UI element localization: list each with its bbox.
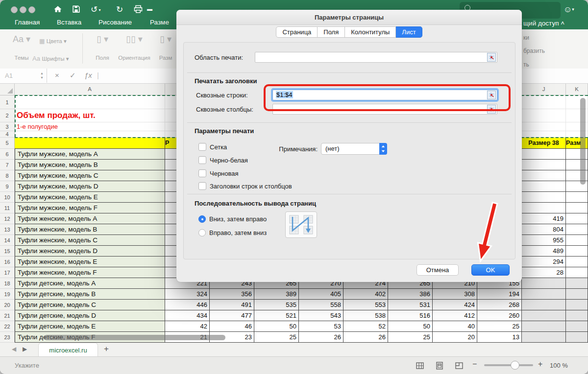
cell-H19[interactable]: 308	[433, 289, 477, 300]
cell-H23[interactable]: 20	[433, 332, 477, 343]
name-box-stepper[interactable]: ▲▼	[40, 71, 44, 80]
cell-K11[interactable]	[566, 203, 588, 213]
cell-J23[interactable]	[522, 332, 566, 343]
cell-J20[interactable]	[522, 300, 566, 310]
cell-G22[interactable]: 50	[388, 321, 433, 332]
sheet-tab[interactable]: microexcel.ru	[38, 343, 98, 357]
prev-sheet-icon[interactable]: ◀	[12, 346, 16, 352]
column-header-A[interactable]: A	[15, 83, 165, 95]
name-box[interactable]: A1 ▲▼	[0, 69, 47, 83]
cell-A21[interactable]: Туфли детские, модель D	[15, 310, 165, 321]
row-header-23[interactable]: 23	[0, 332, 15, 343]
zoom-slider-track[interactable]	[484, 364, 533, 366]
redo-icon[interactable]: ↻	[116, 4, 123, 15]
cell-D23[interactable]: 25	[254, 332, 299, 343]
cell-J15[interactable]: 489	[522, 246, 566, 257]
radio-row[interactable]: Вправо, затем вниз	[198, 229, 267, 236]
cell-J9[interactable]	[522, 181, 566, 192]
checkbox-row[interactable]: Заголовки строк и столбцов	[198, 182, 292, 190]
checkbox-row[interactable]: Сетка	[198, 143, 227, 151]
cell-K15[interactable]	[566, 246, 588, 257]
cell-I21[interactable]: 260	[477, 310, 522, 321]
row-header-8[interactable]: 8	[0, 170, 15, 181]
cell-E23[interactable]: 26	[299, 332, 343, 343]
add-sheet-button[interactable]: +	[104, 344, 109, 354]
cell-B20[interactable]: 446	[165, 300, 210, 310]
row-header-16[interactable]: 16	[0, 257, 15, 267]
cell-K23[interactable]	[566, 332, 588, 343]
cell-A1[interactable]	[15, 95, 165, 109]
cell-A14[interactable]: Туфли женские, модель C	[15, 235, 165, 246]
cell-A9[interactable]: Туфли мужские, модель D	[15, 181, 165, 192]
print-area-field[interactable]	[255, 52, 497, 63]
cell-D21[interactable]: 521	[254, 310, 299, 321]
cell-B22[interactable]: 42	[165, 321, 210, 332]
column-header-K[interactable]: K	[566, 83, 588, 95]
cell-K20[interactable]	[566, 300, 588, 310]
cell-K13[interactable]	[566, 224, 588, 235]
cell-F23[interactable]: 26	[343, 332, 388, 343]
cancel-entry-icon[interactable]: ×	[55, 71, 59, 79]
confirm-entry-icon[interactable]: ✓	[70, 71, 76, 80]
checkbox-icon[interactable]	[198, 169, 206, 177]
cell-A15[interactable]: Туфли женские, модель D	[15, 246, 165, 257]
cell-A11[interactable]: Туфли мужские, модель F	[15, 203, 165, 213]
cell-A20[interactable]: Туфли детские, модель C	[15, 300, 165, 310]
cell-A8[interactable]: Туфли мужские, модель C	[15, 170, 165, 181]
themes-button[interactable]: Aa ▾ Темы	[9, 34, 34, 61]
home-icon[interactable]	[53, 4, 63, 16]
cell-J19[interactable]	[522, 289, 566, 300]
column-header-J[interactable]: J	[522, 83, 566, 95]
cell-K19[interactable]	[566, 289, 588, 300]
minimize-window-button[interactable]	[20, 6, 26, 13]
cell-A22[interactable]: Туфли детские, модель E	[15, 321, 165, 332]
insert-function-icon[interactable]: ƒx	[84, 71, 92, 79]
row-header-5[interactable]: 5	[0, 138, 15, 149]
radio-icon[interactable]	[198, 229, 206, 236]
cell-B19[interactable]: 324	[165, 289, 210, 300]
cell-J12[interactable]: 419	[522, 213, 566, 224]
row-header-22[interactable]: 22	[0, 321, 15, 332]
cell-K12[interactable]	[566, 213, 588, 224]
dialog-title-bar[interactable]: Параметры страницы	[176, 10, 522, 25]
cell-A3-subtitle[interactable]: 1-е полугодие	[15, 122, 165, 131]
dialog-tab-2[interactable]: Поля	[318, 26, 345, 38]
cell-C19[interactable]: 356	[210, 289, 254, 300]
cell-C21[interactable]: 477	[210, 310, 254, 321]
size-button[interactable]: ▯ ▾ Разм	[155, 34, 176, 61]
cell-B21[interactable]: 434	[165, 310, 210, 321]
undo-icon[interactable]: ↺ ▾	[91, 4, 101, 15]
print-icon[interactable]	[133, 4, 143, 16]
row-header-3[interactable]: 3	[0, 122, 15, 131]
collapse-toolbar-icon[interactable]: ▬	[147, 6, 152, 12]
save-icon[interactable]	[72, 4, 81, 16]
cell-A16[interactable]: Туфли женские, модель E	[15, 257, 165, 267]
cell-K18[interactable]	[566, 278, 588, 289]
comments-dropdown[interactable]: (нет)	[321, 143, 387, 155]
cell-G21[interactable]: 516	[388, 310, 433, 321]
cell-K17[interactable]	[566, 267, 588, 278]
row-header-21[interactable]: 21	[0, 310, 15, 321]
cell-H22[interactable]: 40	[433, 321, 477, 332]
cell-J10[interactable]	[522, 192, 566, 203]
row-header-9[interactable]: 9	[0, 181, 15, 192]
row-header-12[interactable]: 12	[0, 213, 15, 224]
horizontal-scrollbar[interactable]	[44, 335, 225, 340]
close-window-button[interactable]	[11, 6, 18, 13]
row-header-11[interactable]: 11	[0, 203, 15, 213]
cell-J11[interactable]	[522, 203, 566, 213]
cell-J16[interactable]: 294	[522, 257, 566, 267]
share-button-fragment[interactable]: щий доступ ˄	[523, 20, 564, 27]
checkbox-icon[interactable]	[198, 143, 206, 151]
row-header-19[interactable]: 19	[0, 289, 15, 300]
page-break-view-icon[interactable]	[455, 361, 464, 372]
cell-A13[interactable]: Туфли женские, модель B	[15, 224, 165, 235]
cell-J13[interactable]: 804	[522, 224, 566, 235]
cell-J14[interactable]: 955	[522, 235, 566, 246]
feedback-smiley-icon[interactable]: ☺▾	[564, 5, 574, 15]
row-header-4[interactable]: 4	[0, 131, 15, 138]
cell-J5[interactable]: Размер 38	[522, 138, 566, 149]
normal-view-icon[interactable]	[416, 361, 424, 372]
cell-A5[interactable]	[15, 138, 165, 149]
cell-F22[interactable]: 52	[343, 321, 388, 332]
